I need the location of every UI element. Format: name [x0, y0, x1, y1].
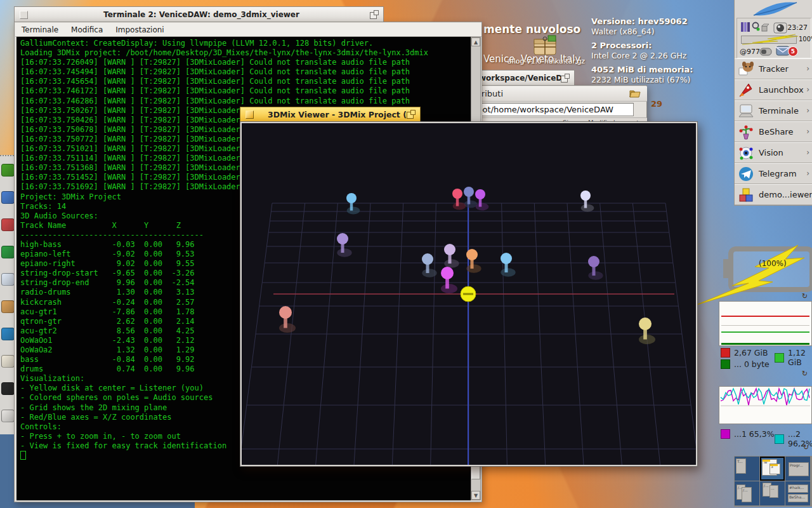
- audio-source[interactable]: [464, 187, 477, 208]
- deskbar-item-tracker[interactable]: Tracker›: [735, 58, 812, 79]
- package-icon[interactable]: [532, 33, 560, 57]
- telegram-icon[interactable]: [1, 328, 14, 340]
- memory-value: 2232 MiB utilizzati (67%): [591, 75, 731, 85]
- menu-modifica[interactable]: Modifica: [65, 25, 109, 34]
- desk-icon[interactable]: [1, 300, 14, 313]
- terminal-line: [16:07:33.745654] [WARN ] [T:29827] [3DM…: [20, 77, 471, 86]
- terminal-menubar[interactable]: Terminale Modifica Impostazioni: [15, 23, 481, 37]
- zoom-button[interactable]: [561, 74, 570, 83]
- deskbar-tray[interactable]: 23:27 100% @977 5: [737, 18, 811, 58]
- audio-source[interactable]: [588, 256, 603, 280]
- mini-window: ...: [769, 485, 778, 498]
- deskbar-item-demo-iewer[interactable]: demo...iewer›: [735, 184, 812, 205]
- chevron-right-icon: ›: [806, 148, 809, 157]
- audio-source[interactable]: [279, 306, 296, 333]
- app-label: Tracker: [759, 64, 789, 74]
- mini-window: T...: [736, 458, 746, 474]
- zoom-button[interactable]: [370, 10, 379, 19]
- terminal-line: GalliumContext: CreateDisplay: Using llv…: [20, 39, 471, 48]
- chevron-right-icon: ›: [806, 106, 809, 115]
- viewer-title: 3DMix Viewer - 3DMix Project (14 tracks): [268, 110, 407, 119]
- deskbar-item-vision[interactable]: Vision›: [735, 142, 812, 163]
- attributes-titlebar[interactable]: Attributi: [463, 86, 647, 102]
- close-button[interactable]: [20, 11, 28, 19]
- package-icon-label[interactable]: ailog-v1.0-haiku.tar.gz: [492, 57, 600, 65]
- app-label: Vision: [759, 148, 783, 157]
- computer-icon[interactable]: [1, 410, 14, 422]
- audio-source[interactable]: [337, 233, 352, 257]
- terminal-line: [16:07:33.745494] [WARN ] [T:29827] [3DM…: [20, 67, 471, 77]
- box-icon[interactable]: [1, 355, 14, 368]
- app-label: BeShare: [759, 127, 793, 137]
- workspace-cell-active[interactable]: Te3: [760, 457, 785, 481]
- deskbar[interactable]: 23:27 100% @977 5 Tracker›Launchbox›Term…: [734, 0, 812, 206]
- eye-icon[interactable]: [1, 273, 14, 286]
- globe-icon[interactable]: [1, 191, 14, 204]
- legend-swatch: [721, 348, 730, 358]
- audio-source[interactable]: [346, 193, 360, 215]
- deskbar-item-terminale[interactable]: Terminale›: [735, 100, 812, 121]
- magnifier-icon: [753, 23, 759, 29]
- folder-icon[interactable]: [629, 89, 641, 98]
- deskbar-item-launchbox[interactable]: Launchbox›: [735, 79, 812, 100]
- workspace-cell[interactable]: /.../...: [735, 481, 759, 505]
- haiku-leaf-icon[interactable]: [749, 1, 798, 18]
- app-icon: [738, 187, 754, 203]
- workspace-cell[interactable]: /......: [760, 481, 785, 505]
- legend-label: 1,12 GiB: [788, 348, 812, 367]
- audio-source[interactable]: [475, 189, 488, 211]
- audio-source[interactable]: [444, 244, 459, 268]
- deskbar-item-beshare[interactable]: BeShare›: [735, 121, 812, 142]
- mini-window: /...: [742, 487, 752, 502]
- audio-source[interactable]: [580, 190, 594, 212]
- battery-percent: 100%: [799, 36, 812, 43]
- scroll-up-icon[interactable]: ▲: [471, 37, 480, 46]
- close-button[interactable]: [246, 110, 254, 119]
- deskbar-item-telegram[interactable]: Telegram›: [735, 163, 812, 184]
- battery-widget: [691, 243, 812, 307]
- terminal-line: [16:07:33.746172] [WARN ] [T:29827] [3DM…: [20, 86, 471, 96]
- legend-label: ...1 65,3%: [734, 429, 775, 439]
- 3d-scene-canvas[interactable]: [242, 123, 696, 465]
- tray-icons[interactable]: [740, 21, 772, 34]
- menu-terminale[interactable]: Terminale: [15, 25, 65, 34]
- plant-icon[interactable]: [1, 246, 14, 258]
- workspace-cell[interactable]: T...: [735, 457, 759, 481]
- audio-source[interactable]: [441, 267, 457, 293]
- terminal-window-tab[interactable]: Terminale 2: VeniceDAW: demo_3dmix_viewe…: [14, 6, 384, 22]
- battery-percent-label: (100%): [759, 259, 787, 268]
- refresh-icon[interactable]: ↻: [802, 292, 808, 300]
- mailbox-icon[interactable]: [759, 44, 792, 57]
- laptop-icon[interactable]: [1, 382, 14, 395]
- scroll-down-icon[interactable]: ▼: [471, 491, 480, 500]
- chevron-right-icon: ›: [806, 85, 809, 94]
- workspace-cell[interactable]: #haik...BeSha...: [785, 481, 810, 505]
- battery-bolt-icon: [740, 34, 801, 45]
- refresh-icon[interactable]: ↻: [803, 443, 809, 451]
- clock[interactable]: 23:27: [787, 23, 808, 32]
- workspace-switcher[interactable]: T...Te3Progr.../.../.../......#haik...Be…: [734, 456, 812, 507]
- disk-usage-chart: [719, 301, 812, 346]
- media-icon[interactable]: [773, 20, 789, 34]
- app-label: Terminale: [759, 106, 799, 116]
- audio-source[interactable]: [639, 318, 655, 344]
- app-icon: [738, 82, 754, 98]
- app-icon: [738, 166, 754, 182]
- legend-entry: 1,12 GiB: [775, 348, 812, 367]
- 3dmix-viewer-window[interactable]: 3DMix Viewer - 3DMix Project (14 tracks): [240, 107, 698, 467]
- cpu-value: Intel Core 2 @ 2.26 GHz: [591, 51, 731, 61]
- refresh-icon[interactable]: ↻: [802, 370, 808, 378]
- legend-swatch: [721, 429, 730, 439]
- chevron-right-icon: ›: [806, 64, 809, 73]
- workspace-cell[interactable]: Progr...: [785, 457, 810, 481]
- bird-icon[interactable]: [1, 218, 14, 231]
- memory-label: 4052 MiB di memoria:: [591, 65, 731, 75]
- viewer-window-tab[interactable]: 3DMix Viewer - 3DMix Project (14 tracks): [240, 107, 421, 121]
- listener-disk[interactable]: [461, 286, 476, 302]
- menu-impostazioni[interactable]: Impostazioni: [109, 25, 170, 34]
- zoom-button[interactable]: [407, 110, 416, 119]
- os-build: Walter (x86_64): [591, 27, 731, 37]
- snake-icon[interactable]: [1, 164, 14, 177]
- app-label: demo...iewer: [759, 190, 812, 199]
- mini-window: Progr...: [789, 462, 809, 476]
